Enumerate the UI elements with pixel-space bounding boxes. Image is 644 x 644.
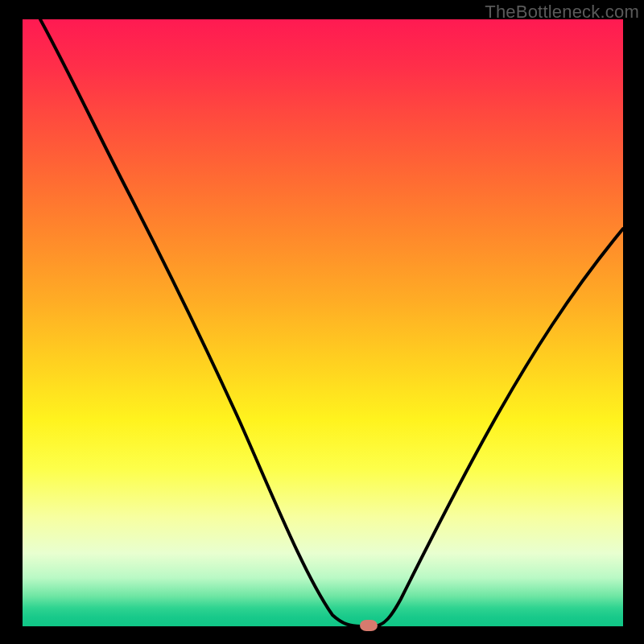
watermark-text: TheBottleneck.com (485, 2, 639, 23)
optimum-marker (360, 620, 378, 631)
chart-frame: TheBottleneck.com (0, 0, 644, 644)
curve-path (40, 19, 623, 626)
plot-area (23, 19, 623, 626)
bottleneck-curve (23, 19, 623, 626)
